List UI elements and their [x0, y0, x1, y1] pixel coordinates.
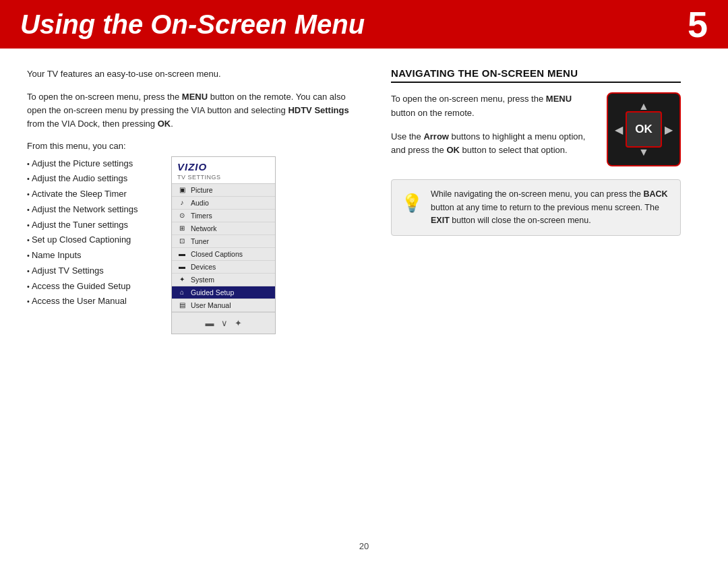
- nav-bold3: OK: [446, 145, 460, 155]
- para1-bold2: HDTV Settings: [288, 105, 348, 115]
- tv-menu-item: ♪Audio: [172, 197, 275, 210]
- tv-settings-label: TV SETTINGS: [177, 174, 270, 181]
- tv-menu-item: ▤User Manual: [172, 299, 275, 312]
- tv-menu-item-icon: ⌂: [177, 288, 187, 296]
- tv-menu-item-label: Devices: [191, 263, 216, 271]
- tv-menu-item-icon: ⊞: [177, 224, 187, 232]
- para1-text4: .: [171, 119, 173, 129]
- nav-text1-2: button on the remote.: [391, 108, 475, 118]
- tv-menu-item-icon: ⊙: [177, 212, 187, 219]
- tv-menu-item-label: Guided Setup: [191, 288, 234, 296]
- nav-text1-1: To open the on-screen menu, press the: [391, 94, 546, 104]
- nav-text2-1: Use the: [391, 131, 423, 142]
- lightbulb-icon: 💡: [401, 189, 423, 227]
- list-item: Adjust the Audio settings: [27, 171, 155, 187]
- list-item: Adjust TV Settings: [27, 263, 155, 279]
- list-item: Adjust the Network settings: [27, 202, 155, 218]
- tv-menu-item: ✦System: [172, 274, 275, 286]
- tip-text: While navigating the on-screen menu, you…: [431, 188, 671, 227]
- para1-text3: from the VIA Dock, then pressing: [27, 119, 158, 129]
- tv-menu-item-icon: ▤: [177, 301, 187, 309]
- tv-menu-item-icon: ▬: [177, 250, 187, 257]
- arrow-down-icon: ▼: [638, 146, 649, 158]
- tv-menu-screenshot: VIZIO TV SETTINGS ▣Picture♪Audio⊙Timers⊞…: [171, 156, 276, 334]
- menu-footer-icon1: ▬: [206, 318, 214, 328]
- nav-para1: To open the on-screen menu, press the ME…: [391, 92, 595, 121]
- tv-menu-item-label: User Manual: [191, 301, 231, 309]
- tv-menu-item: ▬Devices: [172, 261, 275, 274]
- tv-menu-item-icon: ▣: [177, 186, 187, 193]
- intro-para1: To open the on-screen menu, press the ME…: [27, 90, 364, 131]
- tv-menu-item-label: Network: [191, 224, 217, 232]
- page-title: Using the On-Screen Menu: [20, 9, 365, 40]
- right-upper-block: To open the on-screen menu, press the ME…: [391, 92, 681, 167]
- list-item: Activate the Sleep Timer: [27, 187, 155, 202]
- list-item: Set up Closed Captioning: [27, 232, 155, 248]
- tip-back-label: BACK: [643, 189, 667, 199]
- tv-menu-item: ⌂Guided Setup: [172, 286, 275, 299]
- para1-bold1: MENU: [182, 92, 208, 102]
- tv-menu-item: ⊡Tuner: [172, 235, 275, 248]
- main-content: Your TV features an easy-to-use on-scree…: [0, 49, 728, 348]
- tip-exit-label: EXIT: [431, 216, 450, 225]
- arrow-right-icon: ▶: [665, 123, 673, 136]
- chapter-number: 5: [688, 3, 708, 45]
- tv-menu-footer: ▬ ∨ ✦: [172, 312, 275, 334]
- tv-menu-item-label: Tuner: [191, 237, 209, 245]
- list-item: Name Inputs: [27, 248, 155, 263]
- tv-menu-item: ▬Closed Captions: [172, 248, 275, 261]
- tv-menu-item: ▣Picture: [172, 184, 275, 197]
- from-menu-label: From this menu, you can:: [27, 141, 364, 151]
- ok-button-graphic: ▲ ▼ ◀ ▶ OK: [607, 92, 681, 166]
- tv-menu-item: ⊙Timers: [172, 210, 275, 222]
- nav-text-block: To open the on-screen menu, press the ME…: [391, 92, 595, 167]
- list-item: Access the User Manual: [27, 294, 155, 309]
- tv-menu-item-label: Timers: [191, 212, 212, 220]
- section-heading: NAVIGATING THE ON-SCREEN MENU: [391, 67, 681, 83]
- nav-text2-3: button to select that option.: [460, 145, 568, 155]
- tip-box: 💡 While navigating the on-screen menu, y…: [391, 179, 681, 236]
- right-column: NAVIGATING THE ON-SCREEN MENU To open th…: [391, 67, 681, 334]
- feature-list: Adjust the Picture settingsAdjust the Au…: [27, 156, 155, 334]
- nav-bold1: MENU: [546, 94, 572, 104]
- tv-menu-item-icon: ▬: [177, 263, 187, 270]
- tv-menu-item-label: Closed Captions: [191, 250, 243, 258]
- tv-menu-item-label: Audio: [191, 199, 209, 207]
- page-header: Using the On-Screen Menu 5: [0, 0, 728, 49]
- tv-menu-header: VIZIO TV SETTINGS: [172, 157, 275, 184]
- para1-text1: To open the on-screen menu, press the: [27, 92, 182, 102]
- tv-menu-item-label: Picture: [191, 186, 213, 194]
- tv-menu-item-icon: ♪: [177, 199, 187, 206]
- list-item: Access the Guided Setup: [27, 279, 155, 294]
- page-number: 20: [359, 541, 369, 551]
- tv-menu-item-icon: ✦: [177, 276, 187, 283]
- nav-para2: Use the Arrow buttons to highlight a men…: [391, 130, 595, 158]
- list-item: Adjust the Picture settings: [27, 156, 155, 172]
- tv-menu-items: ▣Picture♪Audio⊙Timers⊞Network⊡Tuner▬Clos…: [172, 184, 275, 312]
- tv-menu-item: ⊞Network: [172, 222, 275, 235]
- lower-two-col: Adjust the Picture settingsAdjust the Au…: [27, 156, 364, 334]
- list-item: Adjust the Tuner settings: [27, 218, 155, 233]
- menu-footer-icon3: ✦: [235, 318, 242, 328]
- nav-bold2: Arrow: [423, 131, 449, 142]
- tv-menu-item-icon: ⊡: [177, 237, 187, 245]
- menu-footer-icon2: ∨: [221, 318, 228, 328]
- ok-center-button: OK: [626, 111, 662, 148]
- left-column: Your TV features an easy-to-use on-scree…: [27, 67, 364, 334]
- tv-menu-item-label: System: [191, 276, 214, 284]
- intro-line1: Your TV features an easy-to-use on-scree…: [27, 67, 364, 81]
- para1-bold3: OK: [158, 119, 171, 129]
- arrow-left-icon: ◀: [615, 123, 623, 136]
- vizio-logo: VIZIO: [177, 161, 270, 173]
